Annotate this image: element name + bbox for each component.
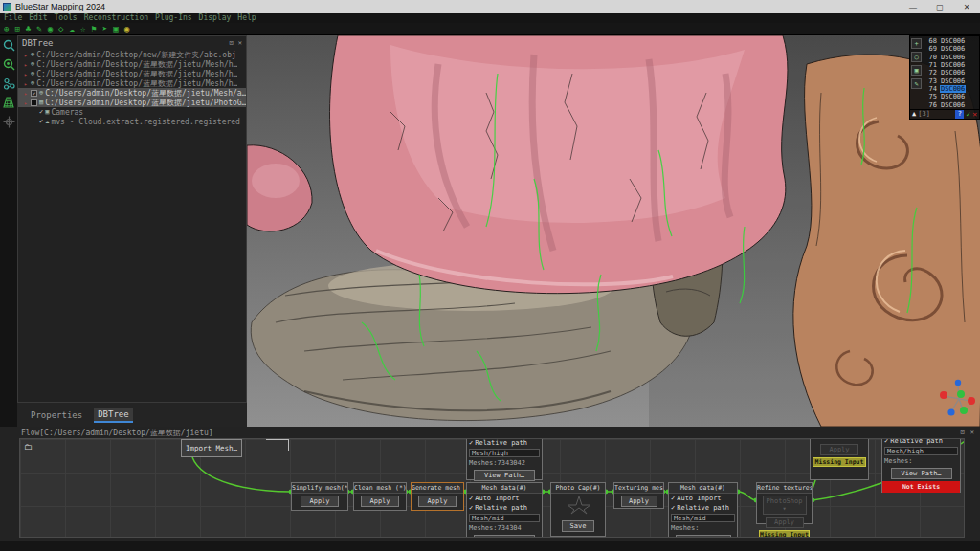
node-simplify-mesh[interactable]: Simplify mesh(*) Apply: [291, 482, 348, 511]
expand-arrow-icon[interactable]: ▸: [24, 71, 29, 77]
mesh-path-field[interactable]: Mesh/high: [469, 449, 540, 457]
help-icon[interactable]: ?: [955, 110, 964, 119]
expand-arrow-icon[interactable]: ▸: [24, 80, 29, 87]
camera-tool-icon[interactable]: ▣: [911, 65, 922, 76]
node-refine-textures[interactable]: Refine textures(~) PhotoShop ▾ Apply Mis…: [756, 482, 813, 524]
title-bar[interactable]: BlueStar Mapping 2024 — ▢ ✕: [0, 0, 980, 13]
checkbox-unchecked[interactable]: [31, 99, 37, 106]
tree-item-mvs-cloud[interactable]: ✓☁mvs - Cloud.extract.registered.registe…: [18, 117, 246, 126]
pan-icon[interactable]: [0, 112, 17, 131]
toolbar-icon-5[interactable]: ◉: [48, 23, 53, 34]
toolbar-icon-6[interactable]: ◇: [58, 23, 63, 34]
photoshop-dropdown[interactable]: PhotoShop ▾: [763, 496, 807, 515]
apply-button[interactable]: Apply: [361, 496, 399, 507]
node-texturing-mesh[interactable]: Texturing mesh(*) Apply: [613, 482, 664, 509]
delete-icon[interactable]: ✕: [972, 110, 977, 119]
toolbar-icon-7[interactable]: ☁: [70, 23, 75, 34]
menu-edit[interactable]: Edit: [29, 13, 47, 23]
photo-row[interactable]: 69DSC006: [923, 45, 979, 53]
expand-arrow-icon[interactable]: ▸: [24, 61, 29, 68]
scroll-up-icon[interactable]: ▲: [912, 110, 916, 118]
tree-item[interactable]: ▸⊕C:/Users/admin/Desktop/蓝星数据/jietu/Mesh…: [18, 69, 246, 78]
expand-arrow-icon[interactable]: ▸: [24, 99, 29, 106]
apply-button[interactable]: Apply: [621, 496, 657, 507]
import-mesh-button[interactable]: Import Mesh…: [181, 439, 242, 457]
tree-item-selected[interactable]: ▸✓⊕C:/Users/admin/Desktop/蓝星数据/jietu/Mes…: [18, 88, 246, 98]
graph-icon[interactable]: [0, 74, 17, 93]
tab-properties[interactable]: Properties: [27, 408, 86, 422]
maximize-button[interactable]: ▢: [926, 0, 953, 13]
expand-arrow-icon[interactable]: ▸: [24, 90, 29, 97]
minimize-button[interactable]: —: [900, 0, 926, 13]
mesh-path-field[interactable]: Mesh/mid: [671, 514, 735, 522]
menu-reconstruction[interactable]: Reconstruction: [84, 13, 148, 23]
edit-tool-icon[interactable]: ✎: [911, 78, 922, 89]
checkmark-icon[interactable]: ✓: [39, 108, 43, 116]
node-clean-mesh[interactable]: Clean mesh (*) Apply: [353, 482, 407, 511]
pan-tool-icon[interactable]: +: [911, 38, 922, 49]
node-clipped-partial[interactable]: Apply Missing Input: [810, 438, 869, 480]
photo-row[interactable]: 76DSC006: [923, 100, 979, 108]
mesh-path-field[interactable]: Mesh/mid: [469, 514, 540, 522]
zoom-inspect-icon[interactable]: [0, 55, 17, 74]
zoom-icon[interactable]: [0, 35, 17, 55]
checkmark-icon[interactable]: ✓: [39, 118, 43, 125]
tree-item[interactable]: ▸⊕C:/Users/admin/Desktop/蓝星数据/jietu/Mesh…: [18, 78, 246, 88]
apply-button-disabled[interactable]: Apply: [820, 444, 858, 455]
tree-item[interactable]: ▸⊕C:/Users/admin/Desktop/蓝星数据/jietu/Mesh…: [18, 59, 246, 69]
checkmark-icon[interactable]: ✓: [469, 439, 473, 447]
menu-plugins[interactable]: Plug-Ins: [155, 13, 192, 23]
toolbar-icon-1[interactable]: ⊕: [4, 23, 9, 34]
node-photo-cap[interactable]: Photo Cap(#) Save: [550, 482, 606, 537]
tree-item[interactable]: ▸⊕C:/Users/admin/Desktop/new/新建文件夹/abc.o…: [18, 50, 246, 59]
photo-row-selected[interactable]: 74DSC006: [923, 85, 979, 93]
photo-row[interactable]: 75DSC006: [923, 93, 979, 100]
view-path-button[interactable]: View Path…: [676, 535, 731, 538]
dbtree-close-icon[interactable]: ✕: [238, 39, 242, 47]
expand-arrow-icon[interactable]: ▸: [24, 52, 29, 58]
view-path-button[interactable]: View Path…: [891, 468, 952, 479]
toolbar-icon-11[interactable]: ▣: [113, 23, 118, 34]
toolbar-icon-10[interactable]: ➤: [102, 23, 107, 34]
apply-button[interactable]: Apply: [301, 496, 339, 507]
photo-row[interactable]: 71DSC006: [923, 61, 979, 69]
view-path-button[interactable]: View Path…: [474, 470, 535, 481]
tab-dbtree[interactable]: DBTree: [94, 408, 133, 423]
menu-display[interactable]: Display: [199, 13, 232, 23]
toolbar-icon-4[interactable]: ✎: [36, 23, 41, 34]
toolbar-icon-9[interactable]: ⚑: [91, 23, 96, 34]
node-mesh-data-error[interactable]: ✓Relative path Mesh/high Meshes: View Pa…: [881, 438, 961, 493]
menu-help[interactable]: Help: [237, 13, 256, 23]
rotate-tool-icon[interactable]: ○: [911, 52, 922, 62]
apply-button-disabled[interactable]: Apply: [766, 517, 804, 528]
photo-row[interactable]: 73DSC006: [923, 77, 979, 84]
save-button[interactable]: Save: [562, 520, 594, 532]
mesh-icon[interactable]: [0, 93, 17, 112]
checkmark-icon[interactable]: ✓: [469, 504, 473, 512]
node-mesh-data-mid-2[interactable]: Mesh data(#) ✓Auto Import ✓Relative path…: [668, 482, 738, 538]
dbtree-undock-icon[interactable]: ⊡: [230, 39, 234, 47]
menu-tools[interactable]: Tools: [55, 13, 78, 23]
close-button[interactable]: ✕: [953, 0, 980, 13]
node-mesh-data-high[interactable]: ✓Relative path Mesh/high Meshes:7343042 …: [466, 438, 543, 480]
flow-canvas[interactable]: 🗀 Import Mesh… ✓Relative path Mesh/high …: [19, 438, 965, 538]
view-path-button[interactable]: View Path…: [474, 535, 535, 538]
node-generate-mesh-uv[interactable]: Generate mesh UV(*) Apply: [411, 482, 464, 511]
toolbar-icon-8[interactable]: ☆: [80, 23, 85, 34]
viewport-3d[interactable]: [247, 35, 980, 427]
flow-close-icon[interactable]: ✕: [970, 429, 974, 436]
tree-item-selected[interactable]: ▸▤C:/Users/admin/Desktop/蓝星数据/jietu/Phot…: [18, 98, 246, 107]
flow-undock-icon[interactable]: ⊡: [961, 429, 965, 436]
photo-row[interactable]: 70DSC006: [923, 54, 979, 61]
toolbar-icon-12[interactable]: ◉: [124, 23, 129, 34]
node-mesh-data-mid[interactable]: Mesh data(#) ✓Auto Import ✓Relative path…: [466, 482, 543, 538]
apply-button[interactable]: Apply: [418, 496, 457, 507]
photo-row[interactable]: 68DSC006: [923, 37, 979, 45]
toolbar-icon-3[interactable]: ♣: [26, 23, 31, 34]
accept-icon[interactable]: ✓: [966, 110, 970, 119]
checkmark-icon[interactable]: ✓: [671, 504, 675, 512]
tree-item-cameras[interactable]: ✓▣Cameras: [18, 107, 246, 117]
checkmark-icon[interactable]: ✓: [884, 438, 888, 445]
checkmark-icon[interactable]: ✓: [469, 495, 473, 502]
photo-row[interactable]: 72DSC006: [923, 69, 979, 77]
